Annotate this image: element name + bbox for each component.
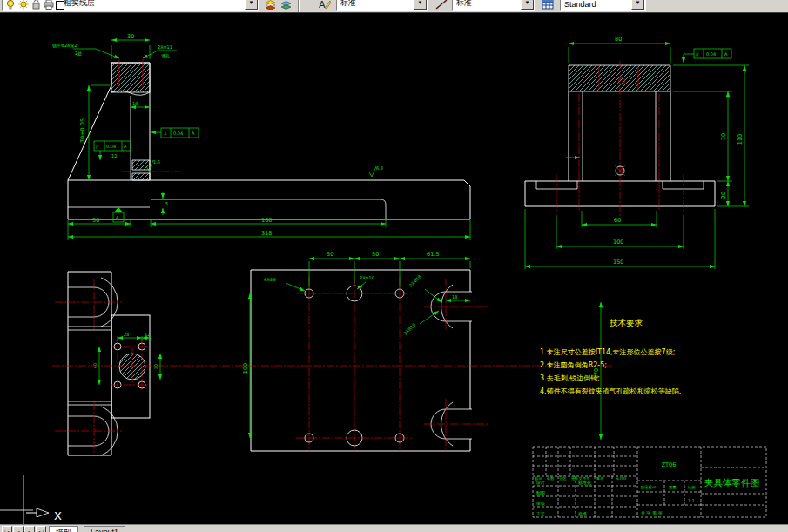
title-block-scale-label: 比例: [688, 485, 696, 490]
dim-style-combo[interactable]: 标准 ▼: [452, 0, 535, 11]
fcf-tolerance: 0.04: [706, 51, 716, 57]
side-dim-r1: 70: [720, 133, 727, 140]
title-block: ZT06 夹具体零件图 标记 处数 分区 更改文件号 签名 年月日 设计 标准化…: [533, 447, 766, 517]
tech-req-line-2: 2.未注圆角倒角R2-5;: [540, 361, 607, 369]
side-dim-b3: 150: [613, 259, 623, 266]
layer-plot-icon[interactable]: [44, 0, 54, 10]
drawing-svg[interactable]: 30 70±0.05 锪平Φ24深2 2处 2XΦ11 通孔 18 // 0.0…: [0, 12, 788, 524]
tab-nav-next-icon[interactable]: ►: [24, 526, 35, 532]
plan-leader-small: 4XΦ9: [264, 277, 276, 282]
tech-requirements: 技术要求 1.未注尺寸公差按IT14,未注形位公差按7级; 2.未注圆角倒角R2…: [540, 318, 681, 395]
side-fcf-parallel: // 0.04 A: [684, 49, 731, 63]
plan-dimensions: 50 50 61.5 100 170 18 4XΦ9 2XΦ10 2XΦ18 2…: [92, 251, 601, 440]
title-block-std-label: 标准化: [577, 480, 591, 486]
title-block-stage-label: 阶段标记: [641, 485, 657, 490]
title-block-date-label: 年月日: [616, 476, 627, 481]
table-style-chevron-down-icon[interactable]: ▼: [631, 0, 644, 10]
front-roughness-1: 1.6: [153, 159, 160, 165]
side-dim-b2: 100: [613, 239, 623, 246]
title-block-sheet-info: 共 张 第 张: [641, 510, 663, 516]
dim-style-icon: [435, 0, 448, 10]
ucs-x-arrow: [37, 508, 49, 517]
text-style-button[interactable]: A: [317, 0, 333, 12]
plan-dim-slot: 18: [452, 294, 457, 300]
drawing-canvas[interactable]: 30 70±0.05 锪平Φ24深2 2处 2XΦ11 通孔 18 // 0.0…: [0, 12, 788, 524]
toolbar-separator: [298, 0, 300, 12]
front-dim-5: 5: [165, 201, 168, 206]
plan-boss-dim1: 28: [124, 332, 129, 337]
front-dim-b1: 50: [92, 217, 99, 224]
tab-nav-prev-icon[interactable]: ◄: [13, 526, 24, 532]
ucs-x-label: X: [54, 509, 62, 522]
layer-freeze-icon[interactable]: [18, 0, 29, 10]
dim-style-chevron-down-icon[interactable]: ▼: [521, 0, 534, 10]
plan-boss-vdim: 40: [92, 363, 98, 368]
table-style-icon: [542, 0, 554, 10]
plan-leader-slot-r: 2XR15: [402, 322, 416, 336]
front-dim-12: 12: [111, 153, 117, 158]
front-hatch-hole-bottom: [132, 173, 150, 180]
front-base: [68, 180, 470, 219]
table-style-combo[interactable]: Standard ▼: [560, 0, 646, 11]
plan-boss-hole-dim: 30: [153, 364, 158, 369]
fcf-datum: A: [724, 51, 728, 57]
plan-view: 50 50 61.5 100 170 18 4XΦ9 2XΦ10 2XΦ18 2…: [52, 251, 612, 455]
layer-combo[interactable]: 粗实线层 ▼: [2, 0, 259, 11]
plan-dim-t1: 50: [327, 251, 333, 258]
plan-left-block: [68, 272, 150, 455]
front-dim-18: 18: [132, 101, 138, 106]
title-block-weight-label: 重量: [669, 485, 677, 489]
layer-states-icon: [280, 0, 292, 10]
crosshair-cursor[interactable]: [0, 475, 33, 524]
layer-combo-chevron-down-icon[interactable]: ▼: [245, 0, 258, 10]
tab-nav-first-icon[interactable]: |◄: [2, 526, 12, 532]
text-style-chevron-down-icon[interactable]: ▼: [414, 0, 427, 10]
front-leader-right-1: 2XΦ11: [158, 44, 172, 50]
table-style-value: Standard: [564, 0, 596, 9]
side-dim-r2: 110: [737, 134, 744, 145]
text-style-value: 标准: [340, 0, 356, 9]
ucs-icon: X: [26, 508, 62, 522]
front-dim-b3: 318: [261, 230, 272, 237]
title-block-design-label: 设计: [535, 480, 545, 485]
title-block-zone-label: 分区: [559, 476, 567, 481]
fcf-symbol: //: [696, 51, 699, 57]
front-leader-right-2: 通孔: [161, 53, 170, 59]
layer-states-button[interactable]: [279, 0, 293, 12]
title-block-scale-value: 1:1: [688, 498, 695, 503]
front-roughness-2: 6.3: [376, 165, 383, 171]
side-dim-r3: 20: [720, 192, 727, 199]
title-block-approve-label: 批准: [578, 511, 587, 517]
side-view: 80 // 0.04 A 70 20 110 60 100: [525, 36, 749, 269]
tech-req-line-1: 1.未注尺寸公差按IT14,未注形位公差按7级;: [540, 348, 675, 356]
layer-name: 粗实线层: [64, 0, 95, 9]
layer-manager-button[interactable]: [263, 0, 278, 12]
front-fcf-perp: ⊥ 0.04 A: [151, 128, 199, 138]
fcf-symbol: //: [96, 144, 99, 149]
tab-nav-last-icon[interactable]: ►|: [36, 526, 46, 532]
plan-leader-big: 2XΦ10: [360, 275, 374, 280]
dim-style-button[interactable]: [434, 0, 450, 12]
layer-on-icon[interactable]: [6, 0, 15, 10]
fcf-tolerance: 0.04: [106, 144, 116, 149]
plan-dim-t2: 50: [372, 251, 379, 258]
fcf-symbol: ⊥: [164, 131, 167, 136]
table-style-button[interactable]: [540, 0, 557, 12]
front-dim-top: 30: [127, 33, 134, 40]
toolbar: 粗实线层 ▼ A 标准 ▼ 标准 ▼ Standard ▼: [0, 0, 788, 13]
title-block-qty-label: 处数: [547, 476, 555, 481]
title-block-check-label: 审核: [536, 501, 545, 506]
layout-tab-bar: |◄ ◄ ► ►| 模型 Layout1: [0, 524, 788, 532]
front-hatch-hole-top: [132, 160, 150, 170]
text-style-combo[interactable]: 标准 ▼: [336, 0, 428, 11]
title-block-drawing-title: 夹具体零件图: [704, 477, 759, 488]
dim-style-value: 标准: [456, 0, 472, 9]
layer-lock-icon[interactable]: [31, 0, 41, 10]
layers-icon: [265, 0, 276, 10]
title-block-draft-label: 制图: [536, 490, 545, 496]
datum-label: A: [116, 215, 119, 220]
plan-dim-left: 100: [242, 363, 249, 374]
tab-model[interactable]: 模型: [49, 526, 78, 532]
title-block-process-label: 工艺: [536, 511, 545, 516]
tab-layout1[interactable]: Layout1: [84, 526, 125, 532]
